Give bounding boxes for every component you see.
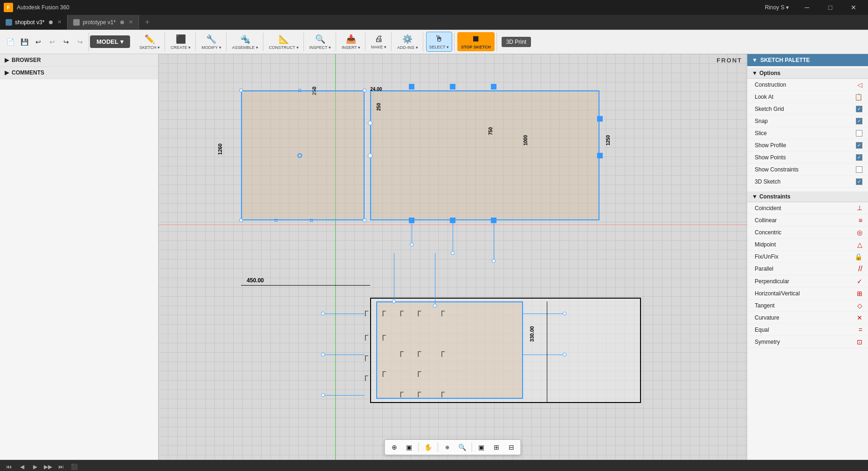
- symmetry-icon-btn[interactable]: ⊡: [857, 338, 862, 346]
- show-profile-checkbox[interactable]: [856, 142, 862, 149]
- 3d-sketch-checkbox[interactable]: [856, 178, 862, 185]
- constraint-symmetry: Symmetry ⊡: [747, 336, 868, 348]
- toolbar: 📄 💾 ↩ ↩ ↪ ↪ MODEL ▾ ✏️ SKETCH ▾ ⬛ CREATE…: [0, 30, 868, 54]
- point-dangle-2: [451, 251, 455, 255]
- assemble-icon: 🔩: [240, 34, 250, 44]
- toolbar-create-section: ⬛ CREATE ▾: [166, 33, 196, 51]
- construction-control[interactable]: ◁: [857, 81, 862, 89]
- redo2-button[interactable]: ↪: [74, 35, 87, 48]
- option-sketch-grid: Sketch Grid: [747, 103, 868, 115]
- sep1: [419, 443, 419, 452]
- select-button[interactable]: 🖱 SELECT ▾: [426, 32, 452, 52]
- construct-button[interactable]: 📐 CONSTRUCT ▾: [266, 32, 302, 52]
- model-label: MODEL: [96, 38, 118, 45]
- midpoint-icon-btn[interactable]: △: [857, 241, 862, 248]
- look-at-control[interactable]: 📋: [854, 93, 862, 101]
- 3d-sketch-check[interactable]: [856, 178, 862, 185]
- assemble-button[interactable]: 🔩 ASSEMBLE ▾: [229, 32, 261, 52]
- cursor-button[interactable]: ⊕: [388, 441, 401, 453]
- fixunfix-icon-btn[interactable]: 🔒: [854, 253, 862, 260]
- close-button[interactable]: ✕: [843, 0, 864, 15]
- center-mark-1: [297, 153, 302, 158]
- perpendicular-icon-btn[interactable]: ✓: [857, 278, 862, 285]
- nav-next-frame[interactable]: ⏭: [56, 462, 66, 471]
- view3-button[interactable]: ⊟: [505, 441, 518, 453]
- collinear-icon-btn[interactable]: ≡: [859, 217, 862, 224]
- sidebar-browser-header[interactable]: ▶ BROWSER: [0, 54, 158, 66]
- frames-button[interactable]: ▣: [403, 441, 416, 453]
- show-constraints-check[interactable]: [856, 166, 862, 173]
- sidebar-comments-header[interactable]: ▶ COMMENTS: [0, 67, 158, 79]
- coincident-icon-btn[interactable]: ⊥: [857, 204, 862, 212]
- stop-sketch-button[interactable]: ⏹ STOP SKETCH: [457, 32, 495, 51]
- user-info[interactable]: Rinoy S ▾: [765, 4, 789, 11]
- constraints-header[interactable]: ▼ Constraints: [747, 191, 868, 202]
- create-button[interactable]: ⬛ CREATE ▾: [168, 32, 193, 52]
- nav-prev-frame[interactable]: ⏮: [4, 462, 14, 471]
- coincident-label: Coincident: [755, 205, 781, 212]
- horizvert-icon-btn[interactable]: ⊞: [857, 290, 862, 297]
- slice-checkbox[interactable]: [856, 130, 862, 137]
- inspect-button[interactable]: 🔍 INSPECT ▾: [307, 32, 334, 52]
- stop-sketch-icon: ⏹: [472, 34, 480, 44]
- pan-button[interactable]: ✋: [422, 441, 435, 453]
- nav-record[interactable]: ⬛: [69, 462, 79, 471]
- snap-checkbox[interactable]: [856, 118, 862, 124]
- new-button[interactable]: 📄: [4, 35, 17, 48]
- nav-forward[interactable]: ▶▶: [43, 462, 53, 471]
- option-show-points: Show Points: [747, 151, 868, 164]
- undo-button[interactable]: ↩: [32, 35, 45, 48]
- make-button[interactable]: 🖨 MAKE ▾: [368, 32, 389, 51]
- stop-sketch-label: STOP SKETCH: [461, 45, 491, 49]
- constraint-equal: Equal =: [747, 324, 868, 336]
- options-header[interactable]: ▼ Options: [747, 68, 868, 79]
- equal-icon-btn[interactable]: =: [859, 326, 862, 334]
- show-points-checkbox[interactable]: [856, 154, 862, 161]
- slice-check[interactable]: [856, 130, 862, 137]
- tab-close-shopbot[interactable]: ✕: [57, 19, 62, 25]
- tangent-icon-btn[interactable]: ◇: [857, 302, 862, 309]
- point-mid-bot: [275, 219, 277, 222]
- tab-shopbot[interactable]: shopbot v3* ✕: [0, 15, 68, 29]
- parallel-icon-btn[interactable]: //: [858, 265, 862, 273]
- symmetry-label: Symmetry: [755, 339, 780, 345]
- model-dropdown[interactable]: MODEL ▾: [90, 35, 130, 48]
- dim-1250: 1250: [606, 135, 611, 145]
- l-shape-10: Γ: [417, 370, 421, 379]
- sep3: [472, 443, 472, 452]
- conn-left-1: [323, 314, 364, 314]
- magnify-button[interactable]: 🔍: [456, 441, 469, 453]
- view2-button[interactable]: ⊞: [490, 441, 503, 453]
- maximize-button[interactable]: □: [820, 0, 841, 15]
- view1-button[interactable]: ▣: [475, 441, 488, 453]
- save-button[interactable]: 💾: [18, 35, 31, 48]
- sketch-button[interactable]: ✏️ SKETCH ▾: [137, 32, 163, 52]
- undo2-button[interactable]: ↩: [46, 35, 59, 48]
- sketch-grid-check[interactable]: [856, 106, 862, 112]
- redo-button[interactable]: ↪: [60, 35, 73, 48]
- tab-close-proto[interactable]: ✕: [129, 19, 133, 25]
- show-profile-check[interactable]: [856, 142, 862, 149]
- modify-button[interactable]: 🔧 MODIFY ▾: [199, 32, 224, 52]
- panel-collapse-icon[interactable]: ▼: [752, 57, 758, 63]
- equal-label: Equal: [755, 327, 769, 333]
- show-constraints-checkbox[interactable]: [856, 166, 862, 173]
- addins-button[interactable]: ⚙️ ADD-INS ▾: [394, 32, 421, 52]
- curvature-icon-btn[interactable]: ✕: [857, 314, 862, 321]
- insert-button[interactable]: 📥 INSERT ▾: [339, 32, 363, 52]
- dim-arrow-450: [241, 285, 371, 286]
- sketch-grid-checkbox[interactable]: [856, 106, 862, 112]
- constraints-label: Constraints: [759, 193, 791, 200]
- concentric-icon-btn[interactable]: ◎: [857, 229, 862, 236]
- nav-play[interactable]: ▶: [30, 462, 40, 471]
- canvas-area[interactable]: FRONT 250 1260 450.00: [158, 54, 747, 460]
- front-label: FRONT: [716, 57, 742, 64]
- tab-add-button[interactable]: ＋: [139, 15, 156, 29]
- minimize-button[interactable]: ─: [796, 0, 818, 15]
- show-points-check[interactable]: [856, 154, 862, 161]
- snap-check[interactable]: [856, 118, 862, 124]
- constraint-concentric: Concentric ◎: [747, 226, 868, 239]
- tab-prototype[interactable]: prototype v1* ✕: [68, 15, 139, 29]
- nav-back[interactable]: ◀: [17, 462, 27, 471]
- zoom-button[interactable]: ⊕: [441, 441, 454, 453]
